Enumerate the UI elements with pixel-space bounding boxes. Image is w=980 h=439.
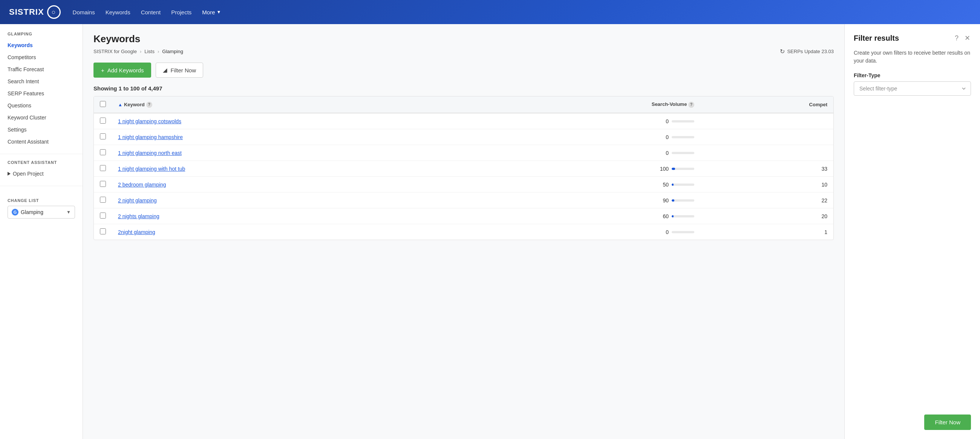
row-checkbox-cell	[94, 161, 112, 177]
filter-help-button[interactable]: ?	[954, 33, 959, 43]
nav-keywords[interactable]: Keywords	[105, 9, 130, 16]
select-all-checkbox[interactable]	[100, 101, 106, 107]
filter-type-select[interactable]: Select filter-type	[854, 81, 971, 96]
row-volume-5: 90	[460, 192, 700, 208]
filter-footer: Filter Now	[854, 407, 971, 430]
filter-now-button-panel[interactable]: Filter Now	[924, 415, 971, 430]
row-checkbox-cell	[94, 224, 112, 240]
th-checkbox	[94, 97, 112, 113]
filter-description: Create your own filters to receive bette…	[854, 49, 971, 65]
keyword-link-6[interactable]: 2 nights glamping	[118, 213, 159, 220]
sidebar-divider-2	[0, 186, 83, 186]
row-volume-2: 0	[460, 145, 700, 161]
row-competition-0	[700, 113, 834, 129]
volume-bar-3	[672, 168, 675, 170]
row-volume-6: 60	[460, 208, 700, 224]
filter-title: Filter results	[854, 34, 899, 43]
filter-header-icons: ? ✕	[954, 33, 971, 43]
change-list-label: CHANGE LIST	[8, 198, 75, 203]
keyword-link-7[interactable]: 2night glamping	[118, 229, 155, 235]
volume-value-5: 90	[663, 197, 669, 204]
volume-bar-wrap-7	[672, 231, 694, 233]
plus-icon: +	[101, 67, 104, 73]
volume-value-7: 0	[666, 229, 669, 235]
sidebar-item-content-assistant[interactable]: Content Assistant	[0, 136, 83, 148]
dropdown-arrow-icon: ▼	[66, 210, 71, 215]
row-checkbox-6[interactable]	[100, 213, 106, 219]
row-checkbox-cell	[94, 177, 112, 192]
list-dropdown[interactable]: G Glamping ▼	[8, 206, 75, 219]
sidebar-open-project[interactable]: Open Project	[0, 168, 83, 180]
row-keyword-5: 2 night glamping	[112, 192, 460, 208]
sidebar-item-keyword-cluster[interactable]: Keyword Cluster	[0, 111, 83, 124]
page-title: Keywords	[94, 33, 834, 45]
nav-domains[interactable]: Domains	[73, 9, 95, 16]
content-area: Keywords SISTRIX for Google › Lists › Gl…	[83, 24, 844, 439]
volume-value-1: 0	[666, 134, 669, 140]
keyword-link-1[interactable]: 1 night glamping hampshire	[118, 134, 183, 140]
row-checkbox-2[interactable]	[100, 149, 106, 155]
row-checkbox-4[interactable]	[100, 181, 106, 187]
row-checkbox-7[interactable]	[100, 228, 106, 234]
row-checkbox-5[interactable]	[100, 197, 106, 203]
breadcrumb-part-2[interactable]: Lists	[144, 49, 154, 54]
table-row: 2 bedroom glamping 50 10	[94, 177, 834, 192]
volume-value-3: 100	[660, 166, 669, 172]
sidebar-divider-1	[0, 154, 83, 154]
row-competition-3: 33	[700, 161, 834, 177]
sidebar-section-glamping: GLAMPING	[0, 32, 83, 39]
row-volume-4: 50	[460, 177, 700, 192]
volume-bar-wrap-5	[672, 199, 694, 202]
sidebar: GLAMPING Keywords Competitors Traffic Fo…	[0, 24, 83, 439]
row-competition-5: 22	[700, 192, 834, 208]
sidebar-item-competitors[interactable]: Competitors	[0, 51, 83, 63]
filter-icon: ◢	[163, 67, 167, 73]
row-keyword-6: 2 nights glamping	[112, 208, 460, 224]
row-volume-3: 100	[460, 161, 700, 177]
row-volume-0: 0	[460, 113, 700, 129]
sidebar-item-keywords[interactable]: Keywords	[0, 39, 83, 51]
keyword-link-4[interactable]: 2 bedroom glamping	[118, 181, 166, 188]
volume-bar-wrap-6	[672, 215, 694, 218]
sidebar-item-traffic-forecast[interactable]: Traffic Forecast	[0, 63, 83, 75]
row-checkbox-cell	[94, 129, 112, 145]
keyword-info-icon[interactable]: ?	[146, 102, 152, 108]
breadcrumb-sep-2: ›	[158, 49, 159, 54]
sidebar-item-questions[interactable]: Questions	[0, 100, 83, 111]
volume-bar-wrap-3	[672, 168, 694, 170]
row-checkbox-1[interactable]	[100, 134, 106, 140]
filter-panel-header: Filter results ? ✕	[854, 33, 971, 43]
table-row: 1 night glamping north east 0	[94, 145, 834, 161]
nav-projects[interactable]: Projects	[171, 9, 191, 16]
sidebar-item-search-intent[interactable]: Search Intent	[0, 75, 83, 87]
volume-bar-wrap-0	[672, 120, 694, 122]
keyword-link-2[interactable]: 1 night glamping north east	[118, 150, 182, 156]
row-keyword-1: 1 night glamping hampshire	[112, 129, 460, 145]
sort-up-icon: ▲	[118, 102, 123, 107]
add-keywords-button[interactable]: + Add Keywords	[94, 62, 151, 78]
row-checkbox-3[interactable]	[100, 165, 106, 171]
volume-bar-6	[672, 215, 674, 218]
row-keyword-4: 2 bedroom glamping	[112, 177, 460, 192]
logo-icon: ○	[47, 5, 61, 19]
keyword-link-3[interactable]: 1 night glamping with hot tub	[118, 166, 185, 172]
row-volume-1: 0	[460, 129, 700, 145]
nav-content[interactable]: Content	[141, 9, 161, 16]
row-keyword-3: 1 night glamping with hot tub	[112, 161, 460, 177]
breadcrumb-part-1[interactable]: SISTRIX for Google	[94, 49, 137, 54]
sidebar-item-serp-features[interactable]: SERP Features	[0, 87, 83, 100]
keyword-link-5[interactable]: 2 night glamping	[118, 197, 157, 204]
keyword-link-0[interactable]: 1 night glamping cotswolds	[118, 118, 181, 124]
nav-more[interactable]: More ▼	[202, 9, 221, 16]
row-checkbox-0[interactable]	[100, 118, 106, 124]
table-row: 2night glamping 0 1	[94, 224, 834, 240]
breadcrumb-sep-1: ›	[140, 49, 142, 54]
volume-info-icon[interactable]: ?	[688, 102, 694, 108]
row-competition-7: 1	[700, 224, 834, 240]
filter-close-button[interactable]: ✕	[964, 33, 971, 43]
filter-now-button-toolbar[interactable]: ◢ Filter Now	[156, 62, 203, 78]
sidebar-item-settings[interactable]: Settings	[0, 124, 83, 136]
volume-bar-5	[672, 199, 674, 202]
row-competition-6: 20	[700, 208, 834, 224]
row-keyword-7: 2night glamping	[112, 224, 460, 240]
